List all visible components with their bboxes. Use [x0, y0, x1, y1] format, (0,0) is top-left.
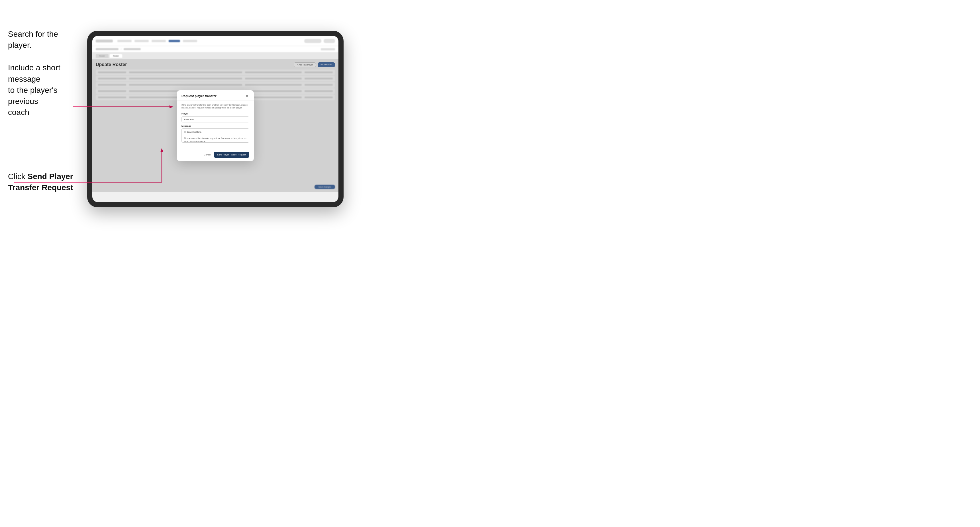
modal-footer: Cancel Send Player Transfer Request: [177, 149, 254, 161]
tab-roster: Roster: [96, 54, 108, 58]
nav-item-1: [118, 40, 132, 42]
tablet-screen: / Roster Roster Update Roster + Add New …: [92, 36, 339, 202]
annotation-message: Include a short messageto the player's p…: [8, 62, 82, 118]
header-right: [304, 39, 335, 43]
tab-active: Roster: [110, 54, 123, 58]
message-textarea[interactable]: Hi Coach McHarg, Please accept this tran…: [181, 129, 249, 143]
modal-body: If the player is transferring from anoth…: [177, 101, 254, 149]
header-nav: [118, 40, 300, 42]
annotation-search: Search for the player.: [8, 29, 82, 51]
player-input[interactable]: [181, 116, 249, 122]
sub-header: /: [92, 46, 339, 52]
message-label: Message: [181, 125, 249, 127]
app-logo: [96, 40, 113, 43]
annotation-top: Search for the player. Include a short m…: [8, 29, 82, 129]
breadcrumb-2: [124, 48, 141, 50]
breadcrumb-1: [96, 48, 119, 50]
tablet-device: / Roster Roster Update Roster + Add New …: [87, 31, 344, 207]
send-transfer-button[interactable]: Send Player Transfer Request: [214, 152, 249, 158]
nav-item-2: [134, 40, 149, 42]
modal-title: Request player transfer: [181, 94, 216, 98]
modal-overlay: Request player transfer × If the player …: [92, 59, 339, 192]
header-btn-1: [304, 39, 321, 43]
player-label: Player: [181, 113, 249, 115]
cancel-button[interactable]: Cancel: [204, 154, 211, 156]
request-transfer-modal: Request player transfer × If the player …: [177, 90, 254, 161]
header-btn-2: [324, 39, 335, 43]
main-content: Update Roster + Add New Player + Add Ros…: [92, 59, 339, 192]
modal-description: If the player is transferring from anoth…: [181, 104, 249, 110]
nav-item-4: [183, 40, 197, 42]
sub-header-action: [321, 48, 335, 51]
nav-item-active: [169, 40, 180, 42]
app-header: [92, 36, 339, 46]
breadcrumb-separator: /: [121, 48, 121, 51]
close-button[interactable]: ×: [245, 94, 249, 98]
tab-bar: Roster Roster: [92, 52, 339, 59]
modal-header: Request player transfer ×: [177, 90, 254, 101]
nav-item-3: [151, 40, 166, 42]
